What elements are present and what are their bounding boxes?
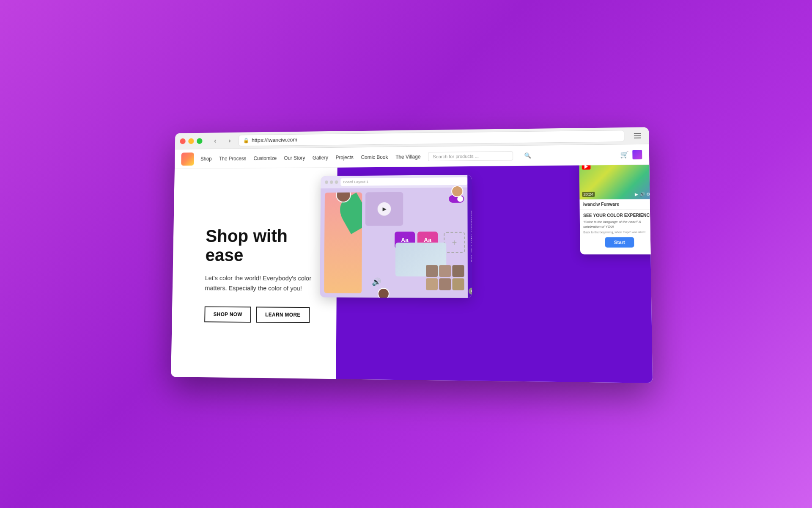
shop-now-button[interactable]: SHOP NOW xyxy=(204,306,251,323)
volume-icon[interactable]: 🔊 xyxy=(372,277,381,287)
search-bar[interactable]: Search for products ... xyxy=(428,151,513,161)
search-placeholder: Search for products ... xyxy=(433,154,478,159)
play-button[interactable]: ▶ xyxy=(378,202,391,216)
exp-quote: "Color is the language of the heart" A c… xyxy=(583,219,653,229)
hero-text: Shop with ease Let's color the world! Ev… xyxy=(171,168,313,378)
forward-button[interactable]: › xyxy=(224,135,236,146)
close-sidebar-button[interactable]: ✕ xyxy=(469,288,472,295)
app-mockup-card: Board Layout 1 ▶ xyxy=(320,175,472,298)
hero-title: Shop with ease xyxy=(205,226,312,265)
channel-title: iwanciw Funware xyxy=(583,202,653,207)
hero-section: Shop with ease Let's color the world! Ev… xyxy=(171,165,653,383)
nav-link-process[interactable]: The Process xyxy=(219,155,247,161)
nav-link-gallery[interactable]: Gallery xyxy=(313,155,328,160)
photo-cell-2[interactable] xyxy=(439,265,451,277)
photo-cell-3[interactable] xyxy=(452,265,464,277)
exp-channel: iwanciw Funware xyxy=(579,199,653,210)
hero-subtitle: Let's color the world! Everybody's color… xyxy=(205,273,312,293)
dot1 xyxy=(325,180,328,184)
small-avatar-1 xyxy=(451,185,463,197)
address-bar[interactable]: 🔒 https://iwanciw.com xyxy=(239,130,624,146)
app-card-toolbar: Board Layout 1 xyxy=(321,175,472,188)
menu-line xyxy=(634,137,641,138)
exp-video-thumbnail: ♡ 20:24 ▶ 🔊 ⚙ ⛶ xyxy=(579,165,653,199)
cart-icon[interactable]: 🛒 xyxy=(620,150,629,158)
app-url-text: Board Layout 1 xyxy=(343,180,368,184)
nav-link-comic-book[interactable]: Comic Book xyxy=(361,154,388,160)
color-sidebar[interactable]: See your color experience! ✕ xyxy=(467,175,472,298)
experience-card: ♡ 20:24 ▶ 🔊 ⚙ ⛶ iwanciw Funware SEE YOUR… xyxy=(579,165,653,254)
hero-buttons: SHOP NOW LEARN MORE xyxy=(204,306,311,323)
sidebar-label: See your color experience! xyxy=(470,210,472,262)
exp-back-text: Back to the beginning, when 'hope' was a… xyxy=(583,231,653,234)
video-controls: ▶ 🔊 ⚙ ⛶ xyxy=(635,192,653,196)
menu-line xyxy=(634,133,641,134)
browser-window: ‹ › 🔒 https://iwanciw.com Shop The Proce… xyxy=(171,127,653,383)
fullscreen-icon[interactable]: ⛶ xyxy=(651,192,653,196)
photo-cell-1[interactable] xyxy=(426,265,438,277)
photo-cell-4[interactable] xyxy=(426,278,438,290)
site-logo[interactable] xyxy=(181,152,194,166)
add-element-button[interactable]: + xyxy=(444,232,465,253)
app-url-bar: Board Layout 1 xyxy=(340,177,467,186)
url-text: https://iwanciw.com xyxy=(252,137,297,144)
nav-icons: 🛒 xyxy=(620,149,642,159)
dot2 xyxy=(330,180,333,184)
browser-menu-button[interactable] xyxy=(631,130,644,142)
play-area[interactable]: ▶ xyxy=(365,192,403,226)
menu-line xyxy=(634,135,641,136)
app-sidebar-panel xyxy=(324,192,362,293)
hero-visual: Board Layout 1 ▶ xyxy=(311,165,653,383)
play-control[interactable]: ▶ xyxy=(635,192,638,196)
window-dots xyxy=(325,180,338,184)
nav-link-our-story[interactable]: Our Story xyxy=(284,155,305,161)
play-icon: ▶ xyxy=(382,206,386,212)
nav-link-projects[interactable]: Projects xyxy=(335,155,354,160)
maximize-button[interactable] xyxy=(197,138,203,144)
color-palette-icon[interactable] xyxy=(632,149,642,159)
exp-body: SEE YOUR COLOR EXPERIENCE: "Color is the… xyxy=(580,210,653,255)
nav-link-customize[interactable]: Customize xyxy=(253,155,277,161)
minimize-button[interactable] xyxy=(188,138,194,144)
heart-icon: ♡ xyxy=(650,165,653,170)
volume-control[interactable]: 🔊 xyxy=(639,192,645,196)
back-button[interactable]: ‹ xyxy=(209,135,221,146)
settings-icon[interactable]: ⚙ xyxy=(646,192,650,196)
nav-link-shop[interactable]: Shop xyxy=(200,156,212,162)
app-card-body: ▶ Aa Aa 🔊 xyxy=(320,188,472,298)
dot3 xyxy=(335,180,338,184)
search-icon[interactable]: 🔍 xyxy=(524,152,531,159)
traffic-lights xyxy=(180,138,202,144)
photo-cell-5[interactable] xyxy=(439,278,451,290)
close-button[interactable] xyxy=(180,138,185,144)
exp-title: SEE YOUR COLOR EXPERIENCE: xyxy=(583,213,653,218)
learn-more-button[interactable]: LEARN MORE xyxy=(256,307,310,323)
photo-cell-6[interactable] xyxy=(452,278,464,290)
video-timer: 20:24 xyxy=(582,192,595,197)
nav-link-the-village[interactable]: The Village xyxy=(395,154,420,160)
youtube-icon xyxy=(582,165,591,169)
exp-start-button[interactable]: Start xyxy=(605,237,634,248)
yt-play-icon xyxy=(584,165,588,168)
photo-grid xyxy=(426,265,464,290)
lock-icon: 🔒 xyxy=(243,138,250,144)
small-avatar-2 xyxy=(378,288,390,298)
nav-links: Shop The Process Customize Our Story Gal… xyxy=(200,150,620,163)
